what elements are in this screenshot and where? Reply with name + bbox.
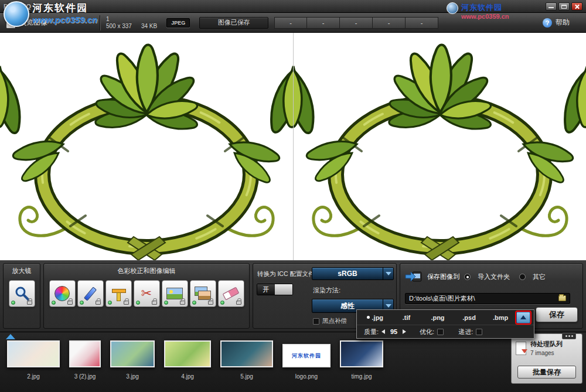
thumbnail-image[interactable] xyxy=(340,340,383,367)
chevron-down-icon[interactable] xyxy=(383,268,393,279)
thumbnail-image[interactable] xyxy=(69,340,101,367)
other-radio[interactable] xyxy=(519,274,526,280)
straighten-tool-button[interactable] xyxy=(105,280,132,307)
other-label[interactable]: 其它 xyxy=(533,272,546,281)
progressive-label: 递进: xyxy=(458,328,473,336)
queue-panel: 待处理队列 7 images 批量保存 xyxy=(511,333,582,384)
import-folder-label[interactable]: 导入文件夹 xyxy=(478,272,510,281)
expand-strip-icon[interactable] xyxy=(6,334,15,339)
history-slot[interactable]: - xyxy=(307,17,340,29)
thumbnail-item[interactable]: 2.jpg xyxy=(7,340,60,380)
batch-save-button[interactable]: 批量保存 xyxy=(517,366,576,379)
format-option-png[interactable]: .png xyxy=(422,314,454,321)
crop-tool-button[interactable] xyxy=(134,280,160,307)
titlebar[interactable]: PhotoEQ xyxy=(0,0,586,13)
picker-icon xyxy=(84,287,97,301)
import-folder-radio[interactable] xyxy=(464,274,471,280)
lock-icon xyxy=(67,301,73,305)
enabled-dot-icon xyxy=(11,301,15,305)
icc-toggle-off-side[interactable] xyxy=(275,284,292,295)
increase-quality-icon[interactable] xyxy=(403,329,406,334)
eraser-tool-button[interactable] xyxy=(218,280,244,307)
resize-tool-button[interactable] xyxy=(162,280,188,307)
quality-value: 95 xyxy=(387,328,400,335)
history-slot[interactable]: - xyxy=(274,17,307,29)
optimize-checkbox[interactable] xyxy=(437,329,444,335)
thumbnail-item[interactable]: 4.jpg xyxy=(164,340,211,380)
image-icon xyxy=(166,288,183,299)
format-option-psd[interactable]: .psd xyxy=(454,314,485,321)
save-path-field[interactable]: D:\tools\桌面\图片素材\ xyxy=(405,293,570,304)
history-slot[interactable]: - xyxy=(340,17,373,29)
icc-panel-title: 转换为 ICC 配置文件 xyxy=(257,270,314,278)
enabled-dot-icon xyxy=(164,301,168,305)
lock-icon xyxy=(208,301,213,305)
icc-profile-value: sRGB xyxy=(312,270,383,278)
icc-toggle[interactable]: 开 xyxy=(257,284,293,295)
eraser-icon xyxy=(223,287,240,301)
close-button[interactable] xyxy=(571,2,582,11)
format-option-jpg[interactable]: .jpg xyxy=(359,314,391,321)
preview-image-button[interactable]: 预览图像 xyxy=(6,17,94,29)
thumbnail-item[interactable]: 5.jpg xyxy=(220,340,273,380)
thumbnail-image[interactable] xyxy=(220,340,273,367)
format-option-bmp[interactable]: .bmp xyxy=(485,314,516,321)
history-slot[interactable]: - xyxy=(406,17,438,29)
photoeq-window: PhotoEQ 预览图像 1 500 x 337 34 KB JPEG 图像已保… xyxy=(0,0,586,392)
image-index: 1 xyxy=(106,16,157,23)
quality-stepper[interactable]: 95 xyxy=(381,328,406,335)
history-slot[interactable]: - xyxy=(373,17,406,29)
progressive-checkbox[interactable] xyxy=(476,329,482,335)
close-icon xyxy=(572,3,582,10)
magnifier-button[interactable] xyxy=(9,280,35,307)
toolbar: 预览图像 1 500 x 337 34 KB JPEG 图像已保存 - - - … xyxy=(0,13,586,33)
help-button[interactable]: ? 帮助 xyxy=(543,18,580,28)
quality-label: 质量: xyxy=(364,328,379,336)
thumbnail-image[interactable]: 河东软件园 xyxy=(282,344,331,367)
batch-images-tool-button[interactable] xyxy=(190,280,216,307)
decrease-quality-icon[interactable] xyxy=(381,329,385,334)
thumbnail-image[interactable] xyxy=(164,340,211,367)
thumbnail-item[interactable]: timg.jpg xyxy=(340,340,383,380)
color-adjust-tool-button[interactable] xyxy=(49,280,76,307)
thumbnail-filename: 4.jpg xyxy=(181,373,194,380)
queue-document-icon xyxy=(516,342,526,355)
format-popup: .jpg .tif .png .psd .bmp 质量: 95 优化: 递进: xyxy=(356,309,534,339)
enabled-dot-icon xyxy=(52,301,56,305)
image-view-right xyxy=(293,33,586,260)
icc-toggle-on-label[interactable]: 开 xyxy=(257,284,275,295)
lock-icon xyxy=(236,301,241,305)
format-option-label: .jpg xyxy=(372,314,384,321)
filmstrip: 2.jpg 3 (2).jpg 3.jpg 4.jpg 5.jpg 河东软件园 xyxy=(0,332,586,392)
format-dropdown-arrow-button-highlighted[interactable] xyxy=(516,312,530,323)
thumbnail-list: 2.jpg 3 (2).jpg 3.jpg 4.jpg 5.jpg 河东软件园 xyxy=(7,340,383,380)
thumbnail-filename: 3 (2).jpg xyxy=(74,373,96,380)
minimize-button[interactable] xyxy=(546,2,557,11)
image-saved-status-button[interactable]: 图像已保存 xyxy=(199,17,268,29)
image-canvas[interactable] xyxy=(0,33,586,260)
logo-thumbnail-text: 河东软件园 xyxy=(292,352,321,360)
thumbnail-item[interactable]: 河东软件园 logo.png xyxy=(282,344,331,380)
format-option-tif[interactable]: .tif xyxy=(391,314,423,321)
thumbnail-item[interactable]: 3.jpg xyxy=(110,340,155,380)
lock-icon xyxy=(96,301,101,305)
save-button[interactable]: 保存 xyxy=(536,307,578,322)
lock-icon xyxy=(152,301,157,305)
enabled-dot-icon xyxy=(80,301,84,305)
white-balance-tool-button[interactable] xyxy=(77,280,104,307)
help-icon[interactable]: ? xyxy=(543,18,552,28)
browse-folder-icon[interactable] xyxy=(558,295,566,301)
black-point-checkbox[interactable] xyxy=(313,318,319,325)
thumbnail-filename: timg.jpg xyxy=(351,373,372,380)
thumbnail-image[interactable] xyxy=(7,340,60,367)
enabled-dot-icon xyxy=(220,301,224,305)
maximize-button[interactable] xyxy=(558,2,570,11)
icc-profile-dropdown[interactable]: sRGB xyxy=(312,267,394,280)
wreath-illustration xyxy=(0,33,293,260)
thumbnail-image[interactable] xyxy=(110,340,155,367)
help-label[interactable]: 帮助 xyxy=(556,18,570,28)
thumbnail-item[interactable]: 3 (2).jpg xyxy=(69,340,101,380)
thumbnail-filename: 5.jpg xyxy=(240,373,253,380)
queue-title: 待处理队列 xyxy=(530,340,563,349)
image-dimensions: 500 x 337 xyxy=(106,23,132,30)
